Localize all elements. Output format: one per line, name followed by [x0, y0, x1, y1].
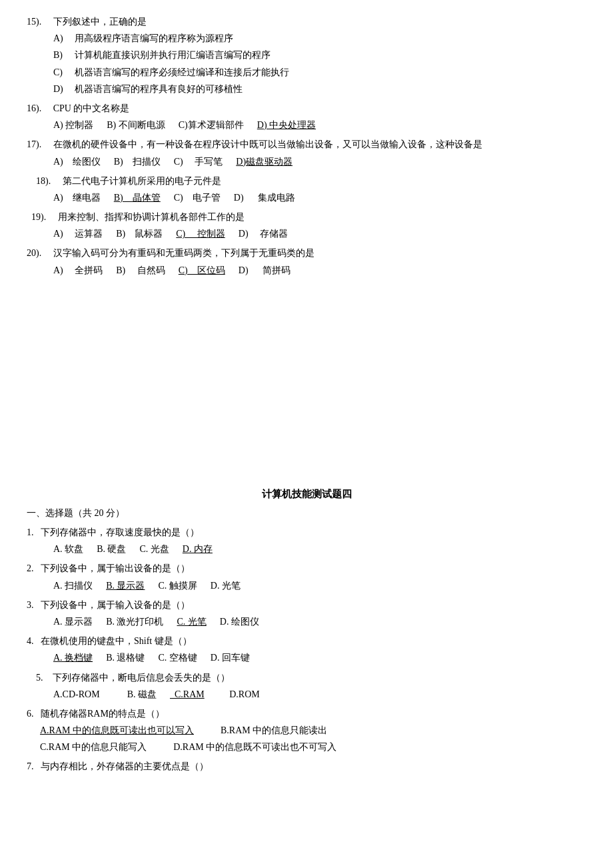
q19-opt-a: A) 运算器 [53, 225, 103, 242]
q19-opt-c: C) 控制器 [176, 225, 225, 242]
question-18: 18). 第二代电子计算机所采用的电子元件是 A) 继电器 B) 晶体管 C) … [27, 173, 586, 206]
p2-q5-opt-c: C.RAM [170, 686, 205, 703]
q18-opt-c: C) 电子管 [174, 189, 221, 206]
q15-option-a: A) 用高级程序语言编写的程序称为源程序 [53, 30, 586, 47]
p2-q2-opt-c: C. 触摸屏 [158, 577, 197, 594]
q15-num: 15). [27, 17, 41, 27]
question-15: 15). 下列叙述中，正确的是 A) 用高级程序语言编写的程序称为源程序 B) … [27, 13, 586, 97]
section-title: 计算机技能测试题四 [27, 488, 586, 501]
p2-q2-opt-d: D. 光笔 [211, 577, 241, 594]
p2-q2-options: A. 扫描仪 B. 显示器 C. 触摸屏 D. 光笔 [53, 577, 586, 594]
question-16: 16). CPU 的中文名称是 A) 控制器 B) 不间断电源 C)算术逻辑部件… [27, 100, 586, 133]
q18-opt-d: D) 集成电路 [234, 189, 295, 206]
q17-opt-b: B) 扫描仪 [114, 153, 161, 170]
p2-q6-text: 随机存储器RAM的特点是（） [41, 709, 165, 719]
page2-section: 计算机技能测试题四 一、选择题（共 20 分） 1. 下列存储器中，存取速度最快… [27, 488, 586, 775]
p2-q4-text: 在微机使用的键盘中，Shift 键是（） [41, 636, 192, 646]
q15-option-c: C) 机器语言编写的程序必须经过编译和连接后才能执行 [53, 64, 586, 81]
p2-q5-text: 下列存储器中，断电后信息会丢失的是（） [53, 673, 230, 683]
q16-opt-b: B) 不间断电源 [107, 117, 165, 133]
q18-text: 第二代电子计算机所采用的电子元件是 [63, 176, 221, 186]
p2-q6-row1: A.RAM 中的信息既可读出也可以写入 B.RAM 中的信息只能读出 [40, 722, 586, 739]
q19-options: A) 运算器 B) 鼠标器 C) 控制器 D) 存储器 [53, 225, 586, 242]
p2-q4-opt-d: D. 回车键 [211, 649, 250, 666]
p2-q1-opt-a: A. 软盘 [53, 541, 83, 557]
q15-option-d: D) 机器语言编写的程序具有良好的可移植性 [53, 81, 586, 97]
q18-options: A) 继电器 B) 晶体管 C) 电子管 D) 集成电路 [53, 189, 586, 206]
p2-q1-num: 1. [27, 527, 34, 537]
q15-options: A) 用高级程序语言编写的程序称为源程序 B) 计算机能直接识别并执行用汇编语言… [53, 30, 586, 97]
q17-opt-c: C) 手写笔 [174, 153, 223, 170]
p2-question-7: 7. 与内存相比，外存储器的主要优点是（） [27, 758, 586, 775]
q16-opt-c: C)算术逻辑部件 [179, 117, 244, 133]
p2-q1-opt-c: C. 光盘 [139, 541, 169, 557]
p2-q6-row2: C.RAM 中的信息只能写入 D.RAM 中的信息既不可读出也不可写入 [40, 739, 586, 755]
q20-opt-a: A) 全拼码 [53, 262, 103, 279]
q16-text: CPU 的中文名称是 [53, 103, 130, 113]
p2-q7-num: 7. [27, 761, 34, 771]
q20-opt-b: B) 自然码 [116, 262, 165, 279]
p2-q4-opt-c: C. 空格键 [158, 649, 197, 666]
q16-opt-a: A) 控制器 [53, 117, 93, 133]
q20-opt-c: C) 区位码 [179, 262, 225, 279]
p2-q1-opt-b: B. 硬盘 [97, 541, 126, 557]
p2-question-6: 6. 随机存储器RAM的特点是（） A.RAM 中的信息既可读出也可以写入 B.… [27, 705, 586, 756]
page1-section: 15). 下列叙述中，正确的是 A) 用高级程序语言编写的程序称为源程序 B) … [27, 13, 586, 279]
q19-text: 用来控制、指挥和协调计算机各部件工作的是 [58, 212, 245, 222]
q16-opt-d: D) 中央处理器 [257, 117, 316, 133]
p2-q4-num: 4. [27, 636, 34, 646]
p2-q2-num: 2. [27, 563, 34, 573]
p2-q6-opt-c: C.RAM 中的信息只能写入 [40, 739, 147, 755]
q20-num: 20). [27, 248, 41, 258]
p2-q2-opt-a: A. 扫描仪 [53, 577, 93, 594]
p2-q6-opt-b: B.RAM 中的信息只能读出 [221, 722, 327, 739]
q15-title: 15). 下列叙述中，正确的是 [27, 13, 586, 30]
p2-q3-opt-a: A. 显示器 [53, 613, 93, 630]
blank-area [27, 281, 586, 468]
q15-text: 下列叙述中，正确的是 [53, 17, 147, 27]
p2-q1-options: A. 软盘 B. 硬盘 C. 光盘 D. 内存 [53, 541, 586, 557]
p2-q3-opt-c: C. 光笔 [177, 613, 206, 630]
p2-q5-opt-a: A.CD-ROM [53, 686, 100, 703]
p2-q6-opt-a: A.RAM 中的信息既可读出也可以写入 [40, 722, 194, 739]
section-header: 一、选择题（共 20 分） [27, 505, 586, 521]
p2-q6-opt-d: D.RAM 中的信息既不可读出也不可写入 [173, 739, 336, 755]
question-17: 17). 在微机的硬件设备中，有一种设备在程序设计中既可以当做输出设备，又可以当… [27, 136, 586, 169]
q16-num: 16). [27, 103, 41, 113]
p2-q7-text: 与内存相比，外存储器的主要优点是（） [41, 761, 209, 771]
question-20: 20). 汉字输入码可分为有重码和无重码两类，下列属于无重码类的是 A) 全拼码… [27, 245, 586, 278]
p2-question-4: 4. 在微机使用的键盘中，Shift 键是（） A. 换档键 B. 退格键 C.… [27, 633, 586, 666]
p2-q4-opt-a: A. 换档键 [53, 649, 93, 666]
p2-q5-num: 5. [36, 673, 43, 683]
q19-num: 19). [31, 212, 46, 222]
q20-opt-d: D) 简拼码 [239, 262, 291, 279]
q17-num: 17). [27, 139, 41, 149]
p2-q1-opt-d: D. 内存 [183, 541, 213, 557]
q20-text: 汉字输入码可分为有重码和无重码两类，下列属于无重码类的是 [53, 248, 314, 258]
q17-opt-a: A) 绘图仪 [53, 153, 101, 170]
p2-q3-options: A. 显示器 B. 激光打印机 C. 光笔 D. 绘图仪 [53, 613, 586, 630]
q19-opt-b: B) 鼠标器 [116, 225, 163, 242]
question-19: 19). 用来控制、指挥和协调计算机各部件工作的是 A) 运算器 B) 鼠标器 … [27, 209, 586, 242]
p2-q5-opt-d: D.ROM [218, 686, 260, 703]
q19-opt-d: D) 存储器 [239, 225, 288, 242]
p2-q1-text: 下列存储器中，存取速度最快的是（） [41, 527, 199, 537]
p2-q2-text: 下列设备中，属于输出设备的是（） [41, 563, 190, 573]
q20-options: A) 全拼码 B) 自然码 C) 区位码 D) 简拼码 [53, 262, 586, 279]
p2-q5-options: A.CD-ROM B. 磁盘 C.RAM D.ROM [53, 686, 586, 703]
q18-num: 18). [36, 176, 51, 186]
q17-opt-d: D)磁盘驱动器 [236, 153, 293, 170]
p2-q3-opt-d: D. 绘图仪 [220, 613, 259, 630]
q17-text: 在微机的硬件设备中，有一种设备在程序设计中既可以当做输出设备，又可以当做输入设备… [53, 139, 482, 149]
q16-options: A) 控制器 B) 不间断电源 C)算术逻辑部件 D) 中央处理器 [53, 117, 586, 133]
q18-opt-b: B) 晶体管 [114, 189, 161, 206]
p2-question-3: 3. 下列设备中，属于输入设备的是（） A. 显示器 B. 激光打印机 C. 光… [27, 597, 586, 630]
q18-opt-a: A) 继电器 [53, 189, 101, 206]
p2-q6-num: 6. [27, 709, 34, 719]
p2-q3-opt-b: B. 激光打印机 [106, 613, 163, 630]
p2-q5-opt-b: B. 磁盘 [113, 686, 157, 703]
p2-question-5: 5. 下列存储器中，断电后信息会丢失的是（） A.CD-ROM B. 磁盘 C.… [27, 669, 586, 703]
q17-options: A) 绘图仪 B) 扫描仪 C) 手写笔 D)磁盘驱动器 [53, 153, 586, 170]
p2-q3-text: 下列设备中，属于输入设备的是（） [41, 600, 190, 610]
p2-question-2: 2. 下列设备中，属于输出设备的是（） A. 扫描仪 B. 显示器 C. 触摸屏… [27, 560, 586, 593]
